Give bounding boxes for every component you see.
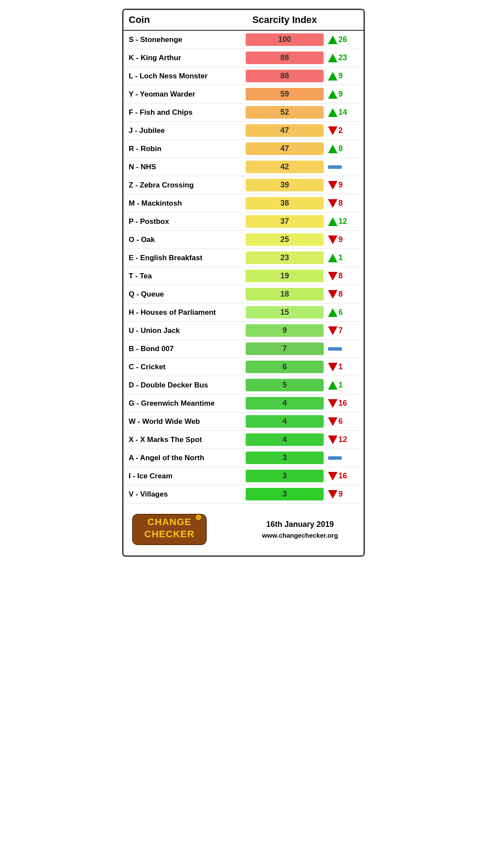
arrow-up-icon bbox=[328, 108, 338, 117]
table-row: W - World Wide Web46 bbox=[123, 413, 364, 431]
coin-name: N - NHS bbox=[129, 163, 246, 171]
footer-info: 16th January 2019 www.changechecker.org bbox=[244, 520, 357, 539]
scarcity-value: 4 bbox=[246, 433, 324, 446]
change-cell: 6 bbox=[324, 417, 358, 426]
arrow-up-icon bbox=[328, 35, 338, 44]
table-row: B - Bond 0077 bbox=[123, 340, 364, 358]
change-value: 8 bbox=[338, 290, 343, 299]
arrow-down-icon bbox=[328, 436, 338, 444]
coin-name: C - Cricket bbox=[129, 363, 246, 371]
table-row: P - Postbox3712 bbox=[123, 213, 364, 231]
no-change-dash bbox=[328, 347, 342, 351]
scarcity-value: 15 bbox=[246, 306, 324, 319]
coin-name: L - Loch Ness Monster bbox=[129, 72, 246, 81]
logo-area: CHANGE CHECKER R bbox=[130, 512, 244, 547]
scarcity-value: 9 bbox=[246, 324, 324, 337]
scarcity-value: 6 bbox=[246, 361, 324, 373]
table-row: L - Loch Ness Monster889 bbox=[123, 67, 364, 85]
change-value: 12 bbox=[338, 217, 347, 226]
table-row: N - NHS42 bbox=[123, 158, 364, 176]
change-value: 9 bbox=[338, 71, 343, 81]
change-value: 9 bbox=[338, 181, 343, 190]
coin-name: G - Greenwich Meantime bbox=[129, 399, 246, 408]
change-value: 1 bbox=[338, 362, 343, 371]
scarcity-value: 37 bbox=[246, 215, 324, 228]
coin-name: S - Stonehenge bbox=[129, 35, 246, 44]
table-row: U - Union Jack97 bbox=[123, 322, 364, 340]
change-cell: 7 bbox=[324, 326, 358, 335]
change-value: 16 bbox=[338, 399, 347, 408]
change-value: 9 bbox=[338, 235, 343, 244]
arrow-up-icon bbox=[328, 72, 338, 81]
table-row: V - Villages39 bbox=[123, 485, 364, 503]
table-row: D - Double Decker Bus51 bbox=[123, 376, 364, 394]
coin-name: Y - Yeoman Warder bbox=[129, 90, 246, 99]
scarcity-value: 7 bbox=[246, 342, 324, 355]
table-row: M - Mackintosh388 bbox=[123, 194, 364, 213]
table-row: S - Stonehenge10026 bbox=[123, 31, 364, 49]
arrow-down-icon bbox=[328, 472, 338, 481]
change-cell: 9 bbox=[324, 71, 358, 81]
scarcity-value: 47 bbox=[246, 142, 324, 155]
svg-text:CHANGE: CHANGE bbox=[147, 516, 191, 527]
change-cell: 16 bbox=[324, 399, 358, 408]
coin-name: E - English Breakfast bbox=[129, 254, 246, 262]
scarcity-value: 88 bbox=[246, 52, 324, 64]
arrow-down-icon bbox=[328, 417, 338, 426]
scarcity-value: 18 bbox=[246, 288, 324, 300]
footer-date: 16th January 2019 bbox=[244, 520, 357, 529]
change-cell bbox=[324, 456, 358, 460]
coin-header: Coin bbox=[129, 14, 246, 26]
change-cell: 8 bbox=[324, 199, 358, 208]
change-cell: 8 bbox=[324, 144, 358, 153]
table-row: T - Tea198 bbox=[123, 267, 364, 285]
table-row: R - Robin478 bbox=[123, 140, 364, 158]
coin-name: F - Fish and Chips bbox=[129, 108, 246, 117]
table-row: Y - Yeoman Warder599 bbox=[123, 85, 364, 103]
change-value: 8 bbox=[338, 199, 343, 208]
scarcity-value: 38 bbox=[246, 197, 324, 210]
scarcity-value: 25 bbox=[246, 233, 324, 246]
change-value: 2 bbox=[338, 126, 343, 135]
arrow-down-icon bbox=[328, 236, 338, 244]
scarcity-value: 100 bbox=[246, 33, 324, 46]
coin-name: K - King Arthur bbox=[129, 54, 246, 62]
scarcity-value: 47 bbox=[246, 124, 324, 137]
coin-name: J - Jubilee bbox=[129, 126, 246, 135]
change-cell: 9 bbox=[324, 181, 358, 190]
scarcity-value: 3 bbox=[246, 452, 324, 464]
no-change-dash bbox=[328, 165, 342, 169]
arrow-down-icon bbox=[328, 181, 338, 190]
arrow-down-icon bbox=[328, 399, 338, 408]
arrow-down-icon bbox=[328, 290, 338, 299]
change-cell bbox=[324, 347, 358, 351]
arrow-down-icon bbox=[328, 199, 338, 208]
change-cell: 12 bbox=[324, 217, 358, 226]
arrow-up-icon bbox=[328, 254, 338, 262]
coin-name: U - Union Jack bbox=[129, 326, 246, 335]
scarcity-value: 88 bbox=[246, 70, 324, 82]
change-cell: 9 bbox=[324, 90, 358, 99]
change-value: 8 bbox=[338, 144, 343, 153]
change-cell: 23 bbox=[324, 53, 358, 62]
change-cell: 1 bbox=[324, 253, 358, 262]
change-value: 1 bbox=[338, 381, 343, 390]
coin-name: R - Robin bbox=[129, 145, 246, 153]
arrow-up-icon bbox=[328, 308, 338, 317]
coin-name: M - Mackintosh bbox=[129, 199, 246, 208]
change-cell: 1 bbox=[324, 381, 358, 390]
scarcity-value: 4 bbox=[246, 397, 324, 410]
coin-name: Q - Queue bbox=[129, 290, 246, 299]
change-cell: 26 bbox=[324, 35, 358, 44]
change-value: 6 bbox=[338, 308, 343, 317]
scarcity-value: 3 bbox=[246, 470, 324, 482]
arrow-up-icon bbox=[328, 381, 338, 390]
change-value: 23 bbox=[338, 53, 347, 62]
arrow-up-icon bbox=[328, 54, 338, 62]
table-row: A - Angel of the North3 bbox=[123, 449, 364, 467]
table-row: Z - Zebra Crossing399 bbox=[123, 176, 364, 194]
change-cell: 8 bbox=[324, 290, 358, 299]
scarcity-value: 52 bbox=[246, 106, 324, 119]
change-cell: 14 bbox=[324, 108, 358, 117]
coin-name: W - World Wide Web bbox=[129, 417, 246, 426]
